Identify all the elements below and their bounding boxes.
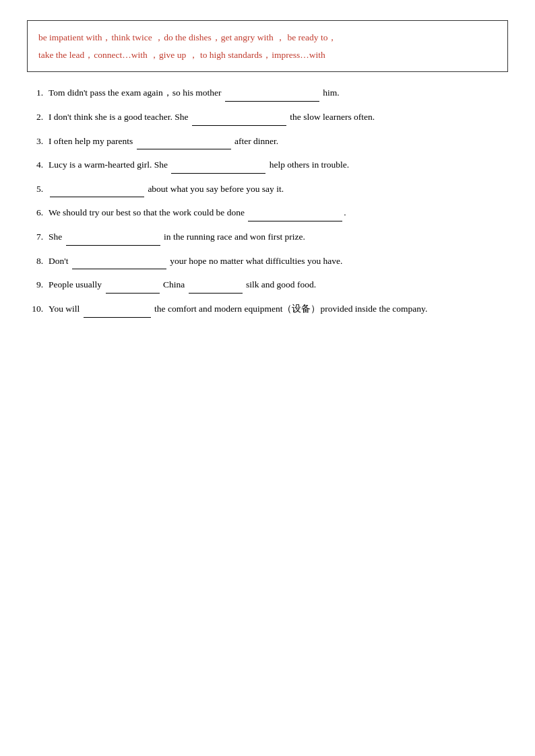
q-text-9: People usually China silk and good food. bbox=[49, 276, 508, 294]
q-text-5: about what you say before you say it. bbox=[49, 180, 508, 198]
blank-10 bbox=[84, 317, 151, 318]
blank-2 bbox=[192, 125, 286, 126]
q-num-1: 1. bbox=[27, 85, 49, 101]
question-9: 9. People usually China silk and good fo… bbox=[27, 276, 508, 294]
question-8: 8. Don't your hope no matter what diffic… bbox=[27, 252, 508, 270]
blank-9a bbox=[106, 293, 160, 294]
q-num-3: 3. bbox=[27, 133, 49, 149]
questions-list: 1. Tom didn't pass the exam again，so his… bbox=[27, 84, 508, 317]
question-4: 4. Lucy is a warm-hearted girl. She help… bbox=[27, 156, 508, 174]
question-6: 6. We should try our best so that the wo… bbox=[27, 204, 508, 221]
q-text-10: You will the comfort and modern equipmen… bbox=[49, 300, 508, 318]
q-num-8: 8. bbox=[27, 253, 49, 269]
phrase-box: be impatient with，think twice ，do the di… bbox=[27, 20, 508, 72]
blank-5 bbox=[50, 197, 144, 197]
q-num-4: 4. bbox=[27, 157, 49, 173]
blank-1 bbox=[225, 101, 319, 102]
q-num-6: 6. bbox=[27, 205, 49, 221]
q-num-7: 7. bbox=[27, 229, 49, 245]
q-num-9: 9. bbox=[27, 277, 49, 293]
question-3: 3. I often help my parents after dinner. bbox=[27, 133, 508, 150]
question-5: 5. about what you say before you say it. bbox=[27, 180, 508, 198]
q-text-6: We should try our best so that the work … bbox=[49, 204, 508, 221]
blank-3 bbox=[137, 149, 231, 149]
q-text-1: Tom didn't pass the exam again，so his mo… bbox=[49, 84, 508, 102]
q-text-7: She in the running race and won first pr… bbox=[49, 228, 508, 246]
question-1: 1. Tom didn't pass the exam again，so his… bbox=[27, 84, 508, 102]
phrase-line-1: be impatient with，think twice ，do the di… bbox=[38, 29, 497, 46]
blank-7 bbox=[66, 245, 160, 246]
q-text-3: I often help my parents after dinner. bbox=[49, 133, 508, 150]
q-text-2: I don't think she is a good teacher. She… bbox=[49, 108, 508, 126]
q-text-8: Don't your hope no matter what difficult… bbox=[49, 252, 508, 270]
blank-9b bbox=[189, 293, 243, 294]
q-text-4: Lucy is a warm-hearted girl. She help ot… bbox=[49, 156, 508, 174]
blank-8 bbox=[72, 269, 166, 269]
blank-4 bbox=[171, 173, 265, 174]
q-num-5: 5. bbox=[27, 181, 49, 197]
blank-6 bbox=[248, 221, 342, 221]
q-num-10: 10. bbox=[27, 301, 49, 317]
q-num-2: 2. bbox=[27, 109, 49, 125]
question-2: 2. I don't think she is a good teacher. … bbox=[27, 108, 508, 126]
question-7: 7. She in the running race and won first… bbox=[27, 228, 508, 246]
chinese-text: 设备 bbox=[292, 304, 311, 314]
question-10: 10. You will the comfort and modern equi… bbox=[27, 300, 508, 318]
phrase-line-2: take the lead，connect…with ，give up ， to… bbox=[38, 46, 497, 64]
